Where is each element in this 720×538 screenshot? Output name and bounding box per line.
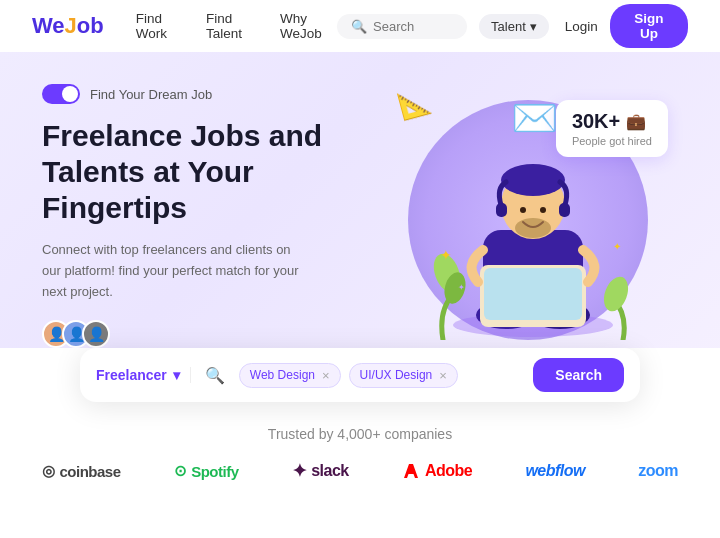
svg-text:✦: ✦: [440, 247, 452, 263]
stat-number: 30K+: [572, 110, 620, 133]
freelancer-avatars: 👤 👤 👤: [42, 320, 338, 348]
nav-links: Find Work Find Talent Why WeJob: [136, 11, 337, 41]
freelancer-dropdown[interactable]: Freelancer ▾: [96, 367, 191, 383]
nav-search-bar[interactable]: 🔍: [337, 14, 467, 39]
search-button[interactable]: Search: [533, 358, 624, 392]
svg-rect-5: [484, 268, 582, 320]
svg-text:✦: ✦: [458, 283, 465, 292]
svg-rect-9: [559, 203, 570, 217]
chevron-down-icon: ▾: [173, 367, 180, 383]
svg-point-12: [540, 207, 546, 213]
trusted-section: Trusted by 4,000+ companies ◎ coinbase ⊙…: [0, 402, 720, 500]
company-webflow: webflow: [525, 462, 585, 480]
svg-point-11: [520, 207, 526, 213]
stat-label: People got hired: [572, 135, 652, 147]
tag-web-design[interactable]: Web Design ×: [239, 363, 341, 388]
hero-description: Connect with top freelancers and clients…: [42, 240, 312, 302]
search-section: Freelancer ▾ 🔍 Web Design × UI/UX Design…: [0, 348, 720, 402]
stat-card: 30K+ 💼 People got hired: [556, 100, 668, 157]
company-coinbase: ◎ coinbase: [42, 462, 121, 480]
search-icon: 🔍: [205, 366, 225, 385]
signup-button[interactable]: Sign Up: [610, 4, 688, 48]
hero-section: Find Your Dream Job Freelance Jobs and T…: [0, 52, 720, 370]
company-adobe: Adobe: [402, 462, 472, 480]
login-button[interactable]: Login: [565, 19, 598, 34]
nav-find-talent[interactable]: Find Talent: [206, 11, 258, 41]
company-spotify: ⊙ Spotify: [174, 462, 239, 480]
tag-uiux-design[interactable]: UI/UX Design ×: [349, 363, 458, 388]
tags-area: Web Design × UI/UX Design ×: [239, 363, 523, 388]
logo: WeJob: [32, 13, 104, 39]
search-input[interactable]: [373, 19, 453, 34]
company-logos: ◎ coinbase ⊙ Spotify ✦ slack Adobe webfl…: [42, 460, 678, 482]
hero-title: Freelance Jobs and Talents at Your Finge…: [42, 118, 338, 226]
dream-job-label: Find Your Dream Job: [90, 87, 212, 102]
svg-rect-8: [496, 203, 507, 217]
avatar: 👤: [82, 320, 110, 348]
tag-uiux-design-remove[interactable]: ×: [439, 368, 447, 383]
company-slack: ✦ slack: [292, 460, 349, 482]
svg-text:✦: ✦: [613, 241, 621, 252]
trusted-title: Trusted by 4,000+ companies: [42, 426, 678, 442]
nav-why-wejob[interactable]: Why WeJob: [280, 11, 337, 41]
dream-job-toggle: Find Your Dream Job: [42, 84, 338, 104]
search-container: Freelancer ▾ 🔍 Web Design × UI/UX Design…: [80, 348, 640, 402]
freelancer-dropdown-label: Freelancer: [96, 367, 167, 383]
navbar: WeJob Find Work Find Talent Why WeJob 🔍 …: [0, 0, 720, 52]
tag-web-design-remove[interactable]: ×: [322, 368, 330, 383]
briefcase-icon: 💼: [626, 112, 646, 131]
dream-job-toggle-switch[interactable]: [42, 84, 80, 104]
hero-left: Find Your Dream Job Freelance Jobs and T…: [42, 80, 338, 370]
talent-dropdown[interactable]: Talent ▾: [479, 14, 549, 39]
company-zoom: zoom: [638, 462, 678, 480]
chevron-down-icon: ▾: [530, 19, 537, 34]
search-icon: 🔍: [351, 19, 367, 34]
hero-illustration: 📐 ✉️: [338, 80, 678, 340]
svg-point-7: [501, 164, 565, 196]
nav-find-work[interactable]: Find Work: [136, 11, 184, 41]
svg-point-15: [600, 273, 633, 314]
